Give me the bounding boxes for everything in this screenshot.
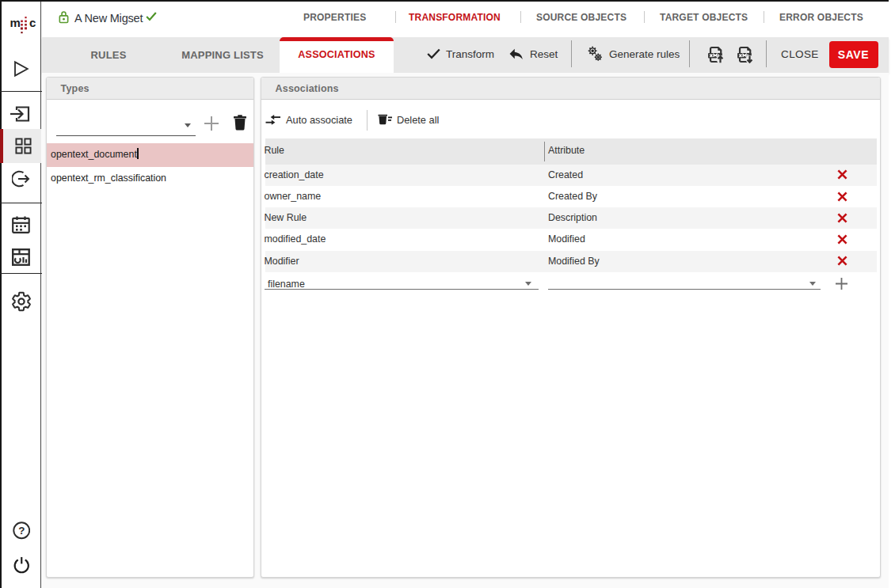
svg-text:m: m bbox=[10, 16, 21, 29]
svg-text:?: ? bbox=[18, 525, 25, 537]
svg-text:c: c bbox=[29, 16, 36, 29]
